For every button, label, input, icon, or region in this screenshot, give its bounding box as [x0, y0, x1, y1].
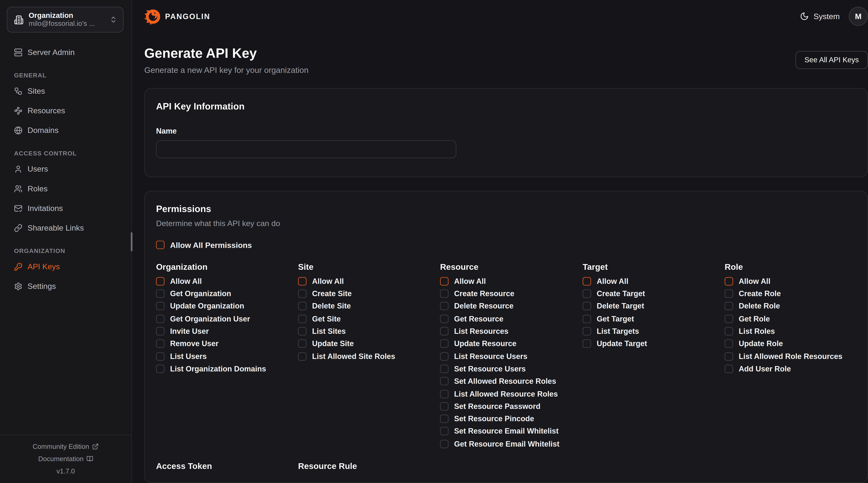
permission-checkbox-row[interactable]: Create Resource	[440, 290, 515, 298]
checkbox-icon[interactable]	[440, 377, 448, 386]
sidebar-item-shareable-links[interactable]: Shareable Links	[7, 219, 127, 236]
sidebar-item-settings[interactable]: Settings	[7, 278, 127, 295]
permission-checkbox-row[interactable]: Create Target	[583, 290, 645, 298]
permission-checkbox-row[interactable]: List Users	[156, 352, 207, 360]
sidebar-item-roles[interactable]: Roles	[7, 180, 127, 197]
checkbox-icon[interactable]	[440, 327, 448, 335]
checkbox-icon[interactable]	[440, 364, 448, 373]
checkbox-icon[interactable]	[440, 352, 448, 360]
documentation-link[interactable]: Documentation	[0, 453, 131, 465]
permission-checkbox-row[interactable]: List Organization Domains	[156, 364, 266, 373]
permission-checkbox-row[interactable]: Allow All	[724, 277, 770, 286]
sidebar-item-sites[interactable]: Sites	[7, 83, 127, 99]
permission-checkbox-row[interactable]: Delete Target	[583, 302, 644, 311]
checkbox-icon[interactable]	[583, 290, 591, 298]
checkbox-icon[interactable]	[724, 290, 733, 298]
permission-checkbox-row[interactable]: Update Organization	[156, 302, 244, 311]
sidebar-item-server-admin[interactable]: Server Admin	[7, 44, 127, 61]
checkbox-icon[interactable]	[583, 315, 591, 323]
permission-checkbox-row[interactable]: List Allowed Site Roles	[298, 352, 395, 360]
checkbox-icon[interactable]	[724, 302, 733, 311]
checkbox-icon[interactable]	[583, 340, 591, 348]
checkbox-icon[interactable]	[440, 290, 448, 298]
checkbox-icon[interactable]	[298, 302, 307, 311]
sidebar-item-api-keys[interactable]: API Keys	[7, 258, 127, 275]
permission-checkbox-row[interactable]: Set Resource Password	[440, 402, 540, 411]
permission-checkbox-row[interactable]: Set Resource Users	[440, 364, 526, 373]
permission-checkbox-row[interactable]: List Allowed Role Resources	[724, 352, 842, 360]
sidebar-item-domains[interactable]: Domains	[7, 122, 127, 139]
permission-checkbox-row[interactable]: Set Allowed Resource Roles	[440, 377, 556, 386]
checkbox-icon[interactable]	[156, 340, 164, 348]
name-input[interactable]	[156, 140, 456, 158]
allow-all-permissions-row[interactable]: Allow All Permissions	[156, 240, 252, 250]
checkbox-icon[interactable]	[583, 277, 591, 286]
permission-checkbox-row[interactable]: Update Target	[583, 340, 647, 348]
checkbox-icon[interactable]	[156, 352, 164, 360]
permission-checkbox-row[interactable]: List Resource Users	[440, 352, 527, 360]
permission-checkbox-row[interactable]: Allow All	[440, 277, 486, 286]
checkbox-icon[interactable]	[724, 277, 733, 286]
permission-checkbox-row[interactable]: Get Target	[583, 315, 634, 323]
checkbox-icon[interactable]	[156, 277, 164, 286]
checkbox-icon[interactable]	[583, 327, 591, 335]
permission-checkbox-row[interactable]: Get Organization	[156, 290, 231, 298]
permission-checkbox-row[interactable]: Allow All	[156, 277, 202, 286]
permission-checkbox-row[interactable]: List Resources	[440, 327, 508, 335]
checkbox-icon[interactable]	[298, 352, 307, 360]
permission-checkbox-row[interactable]: Get Role	[724, 315, 770, 323]
permission-checkbox-row[interactable]: Invite User	[156, 327, 209, 335]
checkbox-icon[interactable]	[440, 302, 448, 311]
checkbox-icon[interactable]	[724, 327, 733, 335]
permission-checkbox-row[interactable]: Allow All	[583, 277, 628, 286]
avatar[interactable]: M	[849, 7, 868, 26]
permission-checkbox-row[interactable]: Set Resource Email Whitelist	[440, 427, 558, 436]
checkbox-icon[interactable]	[440, 277, 448, 286]
permission-checkbox-row[interactable]: Update Resource	[440, 340, 517, 348]
permission-checkbox-row[interactable]: List Roles	[724, 327, 775, 335]
checkbox-icon[interactable]	[298, 315, 307, 323]
checkbox-icon[interactable]	[724, 352, 733, 360]
sidebar-item-invitations[interactable]: Invitations	[7, 200, 127, 217]
checkbox-icon[interactable]	[440, 427, 448, 436]
checkbox-icon[interactable]	[440, 415, 448, 423]
permission-checkbox-row[interactable]: Get Organization User	[156, 315, 250, 323]
checkbox-icon[interactable]	[156, 302, 164, 311]
permission-checkbox-row[interactable]: Update Role	[724, 340, 783, 348]
checkbox-icon[interactable]	[298, 340, 307, 348]
checkbox-icon[interactable]	[298, 290, 307, 298]
permission-checkbox-row[interactable]: Update Site	[298, 340, 354, 348]
permission-checkbox-row[interactable]: Get Resource	[440, 315, 503, 323]
checkbox-icon[interactable]	[298, 277, 307, 286]
permission-checkbox-row[interactable]: List Targets	[583, 327, 639, 335]
checkbox-icon[interactable]	[156, 364, 164, 373]
permission-checkbox-row[interactable]: Get Resource Email Whitelist	[440, 440, 559, 448]
checkbox-icon[interactable]	[156, 241, 164, 249]
checkbox-icon[interactable]	[440, 402, 448, 411]
checkbox-icon[interactable]	[724, 315, 733, 323]
see-all-api-keys-button[interactable]: See All API Keys	[796, 51, 868, 69]
permission-checkbox-row[interactable]: Create Site	[298, 290, 352, 298]
permission-checkbox-row[interactable]: Remove User	[156, 340, 219, 348]
checkbox-icon[interactable]	[440, 315, 448, 323]
checkbox-icon[interactable]	[156, 327, 164, 335]
checkbox-icon[interactable]	[440, 390, 448, 398]
permission-checkbox-row[interactable]: Get Site	[298, 315, 341, 323]
checkbox-icon[interactable]	[156, 315, 164, 323]
checkbox-icon[interactable]	[298, 327, 307, 335]
theme-toggle[interactable]: System	[800, 12, 840, 21]
sidebar-item-users[interactable]: Users	[7, 160, 127, 177]
permission-checkbox-row[interactable]: List Allowed Resource Roles	[440, 390, 558, 398]
permission-checkbox-row[interactable]: List Sites	[298, 327, 346, 335]
checkbox-icon[interactable]	[724, 364, 733, 373]
permission-checkbox-row[interactable]: Set Resource Pincode	[440, 415, 534, 423]
permission-checkbox-row[interactable]: Create Role	[724, 290, 781, 298]
checkbox-icon[interactable]	[156, 290, 164, 298]
sidebar-item-resources[interactable]: Resources	[7, 102, 127, 119]
permission-checkbox-row[interactable]: Allow All	[298, 277, 344, 286]
permission-checkbox-row[interactable]: Delete Role	[724, 302, 780, 311]
permission-checkbox-row[interactable]: Delete Resource	[440, 302, 514, 311]
community-edition-link[interactable]: Community Edition	[0, 440, 131, 453]
checkbox-icon[interactable]	[440, 440, 448, 448]
org-selector[interactable]: Organization milo@fossorial.io's ...	[7, 7, 124, 33]
